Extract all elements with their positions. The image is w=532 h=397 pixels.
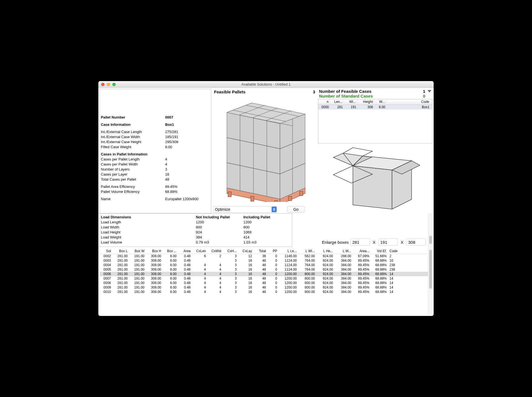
svg-rect-4 xyxy=(251,196,254,201)
sol-header[interactable]: CxWid xyxy=(207,249,222,254)
pallet-number-label: Pallet Number xyxy=(101,115,165,120)
sol-header[interactable]: Box L xyxy=(112,249,129,254)
solutions-table[interactable]: SolBox LBox WBox HBox ...AreaCxLenCxWidC… xyxy=(99,247,428,315)
right-scrollbar[interactable] xyxy=(428,213,433,247)
sol-header[interactable]: L Wi... xyxy=(298,249,316,254)
svg-marker-30 xyxy=(353,166,392,209)
sol-header[interactable]: Code xyxy=(388,249,400,254)
feasible-cases-count: 1 xyxy=(423,89,425,94)
feasible-pallets-label: Feasible Pallets xyxy=(214,89,246,94)
enlarge-width-input[interactable] xyxy=(378,238,398,246)
solution-row[interactable]: 0008281.00191.00308.008.000.484431648012… xyxy=(99,281,428,285)
cases-table[interactable]: n Len... Wi... Height W... Code 0000 281… xyxy=(318,99,433,143)
sol-header[interactable]: Box H xyxy=(146,249,162,254)
feasible-cases-label: Number of Feasible Cases xyxy=(319,89,372,94)
load-dimensions-panel: Load DimensionsNot Including PalletInclu… xyxy=(99,213,292,247)
svg-rect-7 xyxy=(300,191,303,196)
enlarge-label: Enlarge boxes xyxy=(322,240,349,245)
solution-row[interactable]: 0005281.00191.00308.008.000.484431648011… xyxy=(99,267,428,272)
sol-header[interactable]: L W... xyxy=(334,249,352,254)
chevron-updown-icon[interactable] xyxy=(272,207,277,212)
svg-rect-3 xyxy=(228,192,231,197)
sol-header[interactable]: L He... xyxy=(316,249,334,254)
cases-in-pallet-label: Cases in Pallet Information xyxy=(101,152,165,157)
standard-cases-count: 0 xyxy=(423,94,425,98)
titlebar: Available Solutions - Untitled 1 xyxy=(98,81,434,88)
sol-header[interactable]: Total xyxy=(253,249,267,254)
sol-header[interactable]: CxLen xyxy=(192,249,207,254)
solution-row[interactable]: 0002281.00191.00308.008.000.486231236011… xyxy=(99,254,428,258)
svg-rect-6 xyxy=(288,196,292,201)
svg-rect-5 xyxy=(274,201,278,202)
sol-header[interactable]: CxH... xyxy=(222,249,238,254)
sol-header[interactable]: Box W xyxy=(129,249,146,254)
solution-row[interactable]: 0004281.00191.00308.008.000.484431648011… xyxy=(99,263,428,267)
sol-header[interactable]: Vol Ef. xyxy=(370,249,388,254)
sol-header[interactable]: Sol xyxy=(99,249,112,254)
sol-header[interactable]: Area xyxy=(178,249,192,254)
pallet-3d-view xyxy=(213,95,316,205)
enlarge-height-input[interactable] xyxy=(406,238,426,246)
solution-row[interactable]: 0009281.00191.00308.008.000.484431648012… xyxy=(99,285,428,290)
solution-row[interactable]: 0003281.00191.00308.008.000.483164801124… xyxy=(99,258,428,263)
case-info-label: Case Information xyxy=(101,122,165,127)
solution-row[interactable]: 0010281.00191.00308.008.000.484431648012… xyxy=(99,290,428,294)
sol-header[interactable]: Area... xyxy=(352,249,370,254)
cases-row[interactable]: 0000 281 191 308 8.00 Box1 xyxy=(318,105,432,110)
feasible-pallets-count: 3 xyxy=(313,89,315,94)
sol-header[interactable]: Box ... xyxy=(162,249,178,254)
sol-header[interactable]: L Le... xyxy=(278,249,298,254)
disclosure-triangle-icon[interactable] xyxy=(428,90,431,93)
app-window: Available Solutions - Untitled 1 Pallet … xyxy=(98,81,434,316)
solution-row[interactable]: 0007281.00191.00308.008.000.484431648012… xyxy=(99,276,428,281)
sol-header[interactable]: PP xyxy=(267,249,278,254)
pallet-info-panel: Pallet Number0007 Case InformationBox1 I… xyxy=(99,89,211,213)
sol-header[interactable]: CxLay xyxy=(238,249,253,254)
enlarge-length-input[interactable] xyxy=(350,238,370,246)
case-3d-view xyxy=(318,143,433,213)
case-name: Box1 xyxy=(165,122,210,127)
solutions-scrollbar[interactable] xyxy=(428,247,433,315)
pallet-number: 0007 xyxy=(165,115,210,120)
optimize-select[interactable]: Optimize xyxy=(213,206,277,213)
standard-cases-label: Number of Standard Cases xyxy=(319,94,373,98)
go-button[interactable]: Go xyxy=(287,206,305,213)
window-title: Available Solutions - Untitled 1 xyxy=(98,82,434,86)
solution-row[interactable]: 0006281.00191.00308.008.000.484431648012… xyxy=(99,272,428,276)
